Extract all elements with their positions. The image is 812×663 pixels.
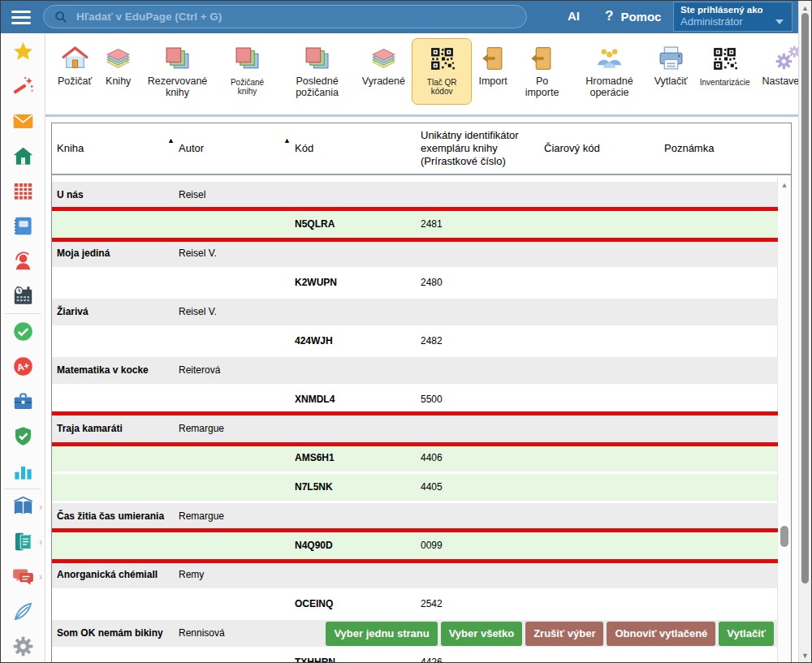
accession-number-cell: 4426 (421, 649, 443, 663)
accession-number-cell: 2481 (421, 211, 443, 238)
topbar: AI ? Pomoc Ste prihlásený ako Administrá… (1, 1, 812, 33)
search-box[interactable] (43, 5, 527, 28)
book-title-cell: Anorganická chémiaII (57, 562, 158, 588)
table-action-buttons: Vyber jednu stranuVyber všetkoZrušiť výb… (326, 622, 774, 646)
toolbar-item-label: Inventarizácie (700, 78, 750, 87)
author-cell: Reisel V. (179, 299, 217, 325)
table-header: Kniha▲Autor▲KódUnikátny identifikátor ex… (52, 123, 791, 175)
column-header-kod[interactable]: Kód (295, 123, 412, 174)
author-cell: Remargue (179, 503, 224, 530)
copy-row[interactable]: K2WUPN2480 (52, 269, 778, 296)
code-cell: XNMDL4 (295, 386, 335, 413)
sort-asc-icon: ▲ (283, 136, 291, 144)
copy-row[interactable]: 424WJH2482 (52, 328, 778, 355)
toolbar-item-rezervovane-knihy[interactable]: Rezervované knihy (139, 38, 216, 105)
copy-row[interactable]: N7L5NK4405 (52, 474, 778, 501)
toolbar-item-label: Knihy (106, 75, 131, 87)
toolbar-item-pozicane-knihy[interactable]: Požičané knihy (217, 38, 279, 105)
book-row[interactable]: Matematika v kockeReiterová (52, 357, 778, 384)
sidebar-item-attendance[interactable] (1, 314, 45, 349)
column-header-autor[interactable]: Autor (179, 123, 286, 174)
toolbar-item-tlac-qr-kodov[interactable]: Tlač QR kódov (412, 38, 473, 105)
copy-row[interactable]: N5QLRA2481 (52, 211, 778, 238)
printer-icon (657, 43, 685, 74)
toolbar-item-pozicat[interactable]: Požičať (52, 38, 97, 105)
mail-icon (12, 110, 34, 132)
column-header-unikatny-identifikator[interactable]: Unikátny identifikátor exempláru knihy (… (421, 123, 552, 174)
column-header-kniha[interactable]: Kniha (57, 123, 169, 174)
toolbar-item-hromadne-operacie[interactable]: Hromadné operácie (571, 38, 648, 105)
select-all-button[interactable]: Vyber všetko (441, 622, 522, 646)
toolbar: PožičaťKnihyRezervované knihyPožičané kn… (45, 33, 812, 117)
check-icon (12, 321, 34, 342)
sidebar-item-settings[interactable] (1, 629, 45, 663)
sidebar-item-agenda[interactable] (1, 384, 45, 419)
book-row[interactable]: U násReisel (52, 182, 778, 209)
toolbar-item-label: Vyradené (362, 75, 405, 87)
copy-row[interactable]: XNMDL45500 (52, 386, 778, 413)
layers-icon (104, 43, 132, 74)
gear-icon (12, 635, 34, 657)
sidebar-item-favorites[interactable] (1, 34, 45, 69)
sidebar-item-documents[interactable]: › (1, 524, 45, 559)
copy-row[interactable]: N4Q90D0099 (52, 532, 778, 559)
user-menu[interactable]: Ste prihlásený ako Administrátor (673, 2, 793, 32)
select-one-page-button[interactable]: Vyber jednu stranu (326, 622, 437, 646)
sidebar-item-library[interactable]: › (1, 489, 45, 524)
copy-row[interactable]: AMS6H14406 (52, 445, 778, 471)
sidebar-item-communication[interactable]: › (1, 559, 45, 594)
help-button[interactable]: ? Pomoc (605, 8, 661, 24)
toolbar-item-label: Rezervované knihy (145, 75, 210, 98)
toolbar-item-posledne-pozicania[interactable]: Posledné požičania (279, 38, 356, 105)
column-header-ciarovy-kod[interactable]: Čiarový kód (544, 123, 654, 174)
qr-icon (710, 43, 739, 74)
column-header-poznamka[interactable]: Poznámka (664, 123, 786, 174)
book-row[interactable]: Som OK nemám bikinyRennisováVyber jednu … (52, 620, 778, 647)
menu-icon[interactable] (11, 11, 31, 24)
grades-icon: A+ (12, 355, 34, 377)
author-cell: Remargue (179, 415, 224, 442)
sidebar-item-grades[interactable]: A+ (1, 349, 45, 384)
page-scrollbar[interactable] (798, 1, 811, 663)
ai-button[interactable]: AI (568, 9, 580, 23)
scroll-up-icon[interactable] (778, 181, 791, 189)
code-cell: OCEINQ (295, 591, 333, 618)
cancel-selection-button[interactable]: Zrušiť výber (525, 622, 603, 646)
book-row[interactable]: Moja jedináReisel V. (52, 240, 778, 267)
sidebar-item-timetable[interactable] (1, 174, 45, 209)
toolbar-item-vytlacit[interactable]: Vytlačiť (649, 38, 693, 105)
book-row[interactable]: Traja kamarátiRemargue (52, 415, 778, 442)
toolbar-item-po-importe[interactable]: Po importe (514, 38, 570, 105)
page-scroll-down-icon[interactable] (799, 652, 811, 660)
print-button[interactable]: Vytlačiť (719, 622, 774, 646)
sidebar-item-gradebook[interactable] (1, 209, 45, 243)
page-scroll-up-icon[interactable] (799, 4, 811, 12)
toolbar-item-import[interactable]: Import (473, 38, 512, 105)
toolbar-item-knihy[interactable]: Knihy (98, 38, 138, 105)
sidebar-item-home[interactable] (1, 139, 45, 174)
restore-printed-button[interactable]: Obnoviť vytlačené (607, 622, 715, 646)
book-row[interactable]: Anorganická chémiaIIRemy (52, 562, 778, 588)
page-scrollbar-thumb[interactable] (801, 13, 809, 583)
sidebar-item-calendar[interactable] (1, 278, 45, 313)
house-icon (61, 43, 89, 74)
import-icon (479, 43, 508, 74)
copy-row[interactable]: OCEINQ2542 (52, 591, 778, 618)
sidebar-item-wizard[interactable] (1, 69, 45, 104)
search-input[interactable] (75, 10, 484, 24)
sidebar-item-signatures[interactable] (1, 594, 45, 629)
toolbar-item-vyradene[interactable]: Vyradené (356, 38, 411, 105)
copy-row[interactable]: TXHHRN4426 (52, 649, 778, 663)
sidebar-item-statistics[interactable] (1, 454, 45, 489)
accession-number-cell: 2542 (421, 591, 443, 618)
book-row[interactable]: ŽiariváReisel V. (52, 299, 778, 325)
table-scrollbar-thumb[interactable] (780, 526, 788, 547)
toolbar-item-inventarizacie[interactable]: Inventarizácie (694, 38, 756, 105)
toolbar-item-label: Hromadné operácie (577, 75, 642, 98)
book-row[interactable]: Čas žitia čas umieraniaRemargue (52, 503, 778, 530)
sidebar-item-control[interactable] (1, 419, 45, 454)
sidebar-item-profile[interactable] (1, 243, 45, 278)
table-scrollbar[interactable] (777, 177, 791, 663)
sidebar-item-messages[interactable] (1, 104, 45, 139)
qr-icon (428, 43, 456, 74)
